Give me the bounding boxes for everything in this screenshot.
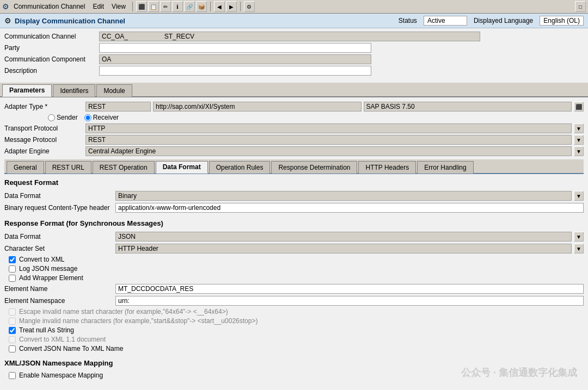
- convert-xml11-checkbox[interactable]: [9, 336, 16, 343]
- communication-component-input[interactable]: [99, 54, 371, 64]
- convert-xml-row: Convert to XML: [4, 256, 584, 263]
- enable-ns-mapping-checkbox[interactable]: [9, 372, 16, 379]
- convert-xml-checkbox[interactable]: [9, 256, 16, 263]
- description-input[interactable]: [99, 66, 371, 76]
- radio-receiver-label[interactable]: Receiver: [84, 114, 119, 121]
- party-input[interactable]: [99, 43, 371, 53]
- radio-receiver[interactable]: [84, 114, 91, 121]
- add-wrapper-checkbox[interactable]: [9, 275, 16, 282]
- menu-bar: ⚙ Communication Channel Edit View ⬛ 📋 ✏ …: [0, 0, 588, 14]
- description-row: Description: [4, 66, 584, 76]
- message-protocol-input[interactable]: [85, 135, 572, 145]
- adapter-type-input[interactable]: [85, 102, 151, 112]
- toolbar-btn-1[interactable]: ⬛: [136, 1, 147, 12]
- displayed-language-value: English (OL): [540, 16, 584, 26]
- escape-invalid-row: Escape invalid name start character (for…: [4, 308, 584, 315]
- radio-sender[interactable]: [48, 114, 55, 121]
- tab-operation-rules[interactable]: Operation Rules: [209, 161, 271, 174]
- tab-identifiers[interactable]: Identifiers: [53, 84, 95, 97]
- element-name-label: Element Name: [4, 285, 113, 293]
- tab-data-format[interactable]: Data Format: [156, 161, 208, 174]
- tab-general[interactable]: General: [7, 161, 44, 174]
- communication-channel-row: Communication Channel: [4, 32, 584, 41]
- form-area: Communication Channel Party Communicatio…: [0, 28, 588, 81]
- mangle-invalid-label: Mangle invalid name characters (for exam…: [19, 317, 258, 325]
- message-protocol-row: Message Protocol ▼: [4, 135, 584, 145]
- character-set-input[interactable]: [115, 244, 572, 253]
- convert-xml11-row: Convert to XML 1.1 document: [4, 336, 584, 343]
- character-set-label: Character Set: [4, 245, 113, 252]
- element-name-input[interactable]: [115, 284, 584, 294]
- tab-rest-url[interactable]: REST URL: [45, 161, 91, 174]
- element-namespace-row: Element Namespace: [4, 296, 584, 306]
- adapter-select-btn[interactable]: ⬛: [574, 102, 584, 112]
- menu-edit[interactable]: Edit: [89, 2, 107, 11]
- toolbar-btn-9[interactable]: ⚙: [244, 1, 255, 12]
- toolbar-btn-7[interactable]: ◀: [214, 1, 225, 12]
- convert-json-name-checkbox[interactable]: [9, 345, 16, 352]
- transport-protocol-select[interactable]: ▼: [574, 123, 584, 133]
- transport-protocol-input[interactable]: [85, 123, 572, 133]
- element-namespace-input[interactable]: [115, 296, 584, 306]
- toolbar-btn-3[interactable]: ✏: [160, 1, 171, 12]
- tab-rest-operation[interactable]: REST Operation: [93, 161, 155, 174]
- menu-view[interactable]: View: [108, 2, 129, 11]
- communication-channel-input[interactable]: [99, 32, 480, 41]
- element-name-row: Element Name: [4, 284, 584, 294]
- toolbar-btn-8[interactable]: ▶: [226, 1, 237, 12]
- toolbar-btn-4[interactable]: ℹ: [172, 1, 183, 12]
- party-row: Party: [4, 43, 584, 53]
- response-format-header: Response Format (for Synchronous Message…: [4, 219, 584, 228]
- adapter-type-row: Adapter Type * ⬛: [4, 102, 584, 112]
- binary-content-type-input[interactable]: [115, 203, 584, 213]
- binary-content-type-label: Binary request Content-Type header: [4, 204, 113, 212]
- transport-protocol-row: Transport Protocol ▼: [4, 123, 584, 133]
- binary-content-type-row: Binary request Content-Type header: [4, 203, 584, 213]
- description-label: Description: [4, 67, 97, 75]
- adapter-engine-select[interactable]: ▼: [574, 146, 584, 156]
- tab-error-handling[interactable]: Error Handling: [417, 161, 473, 174]
- add-wrapper-label: Add Wrapper Element: [19, 274, 83, 282]
- toolbar-btn-6[interactable]: 📦: [196, 1, 207, 12]
- character-set-select[interactable]: ▼: [574, 244, 584, 253]
- party-label: Party: [4, 44, 97, 52]
- req-data-format-select[interactable]: ▼: [574, 191, 584, 201]
- treat-null-row: Treat null As String: [4, 326, 584, 334]
- character-set-row: Character Set ▼: [4, 244, 584, 253]
- log-json-label: Log JSON message: [19, 265, 77, 273]
- message-protocol-label: Message Protocol: [4, 136, 83, 144]
- transport-protocol-label: Transport Protocol: [4, 125, 83, 132]
- tab-response-determination[interactable]: Response Determination: [271, 161, 357, 174]
- mangle-invalid-checkbox[interactable]: [9, 318, 16, 325]
- adapter-type-label: Adapter Type *: [4, 103, 83, 110]
- req-data-format-input[interactable]: [115, 191, 572, 201]
- req-data-format-row: Data Format ▼: [4, 191, 584, 201]
- toolbar-btn-2[interactable]: 📋: [148, 1, 159, 12]
- tab-module[interactable]: Module: [96, 84, 132, 97]
- message-protocol-select[interactable]: ▼: [574, 135, 584, 145]
- adapter-basis-input[interactable]: [364, 102, 572, 112]
- escape-invalid-checkbox[interactable]: [9, 308, 16, 315]
- convert-json-name-row: Convert JSON Name To XML Name: [4, 345, 584, 352]
- toolbar-btn-5[interactable]: 🔗: [184, 1, 195, 12]
- title-bar-right: Status Active Displayed Language English…: [399, 16, 584, 26]
- inner-tab-nav: General REST URL REST Operation Data For…: [4, 159, 584, 174]
- resp-data-format-input[interactable]: [115, 232, 572, 242]
- title-bar: ⚙ Display Communication Channel Status A…: [0, 14, 588, 28]
- treat-null-checkbox[interactable]: [9, 327, 16, 334]
- adapter-engine-input[interactable]: [85, 146, 572, 156]
- toolbar-btn-maximize[interactable]: □: [575, 1, 586, 12]
- adapter-url-input[interactable]: [153, 102, 362, 112]
- convert-xml11-label: Convert to XML 1.1 document: [19, 336, 106, 343]
- request-format-section: Request Format Data Format ▼ Binary requ…: [4, 178, 584, 213]
- radio-sender-label[interactable]: Sender: [48, 114, 78, 121]
- radio-row: Sender Receiver: [4, 114, 584, 121]
- resp-data-format-select[interactable]: ▼: [574, 232, 584, 242]
- escape-invalid-label: Escape invalid name start character (for…: [19, 308, 228, 315]
- menu-communication-channel[interactable]: Communication Channel: [10, 2, 88, 11]
- adapter-engine-row: Adapter Engine ▼: [4, 146, 584, 156]
- resp-data-format-row: Data Format ▼: [4, 232, 584, 242]
- tab-http-headers[interactable]: HTTP Headers: [358, 161, 416, 174]
- tab-parameters[interactable]: Parameters: [2, 84, 52, 97]
- log-json-checkbox[interactable]: [9, 265, 16, 273]
